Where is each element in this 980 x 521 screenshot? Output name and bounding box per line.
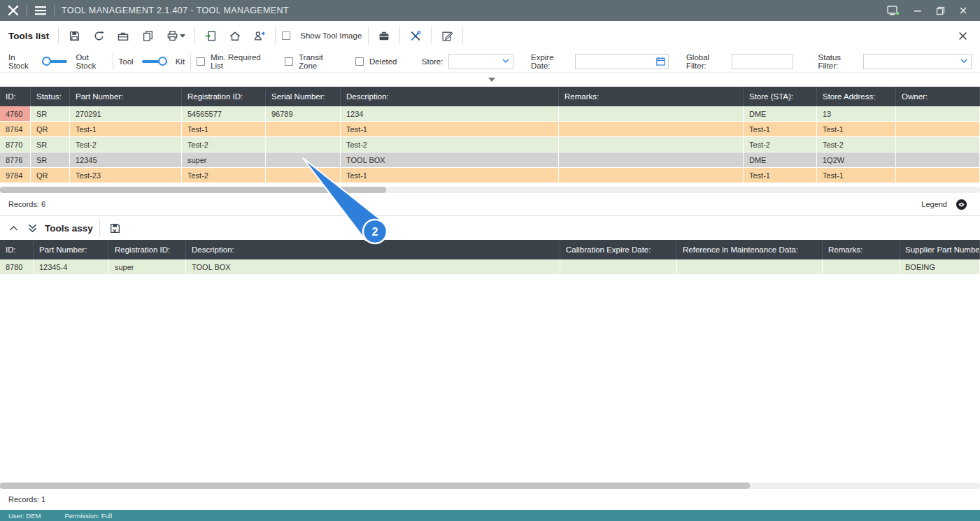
save-icon[interactable] [65,27,83,45]
stock-toggle[interactable] [42,57,67,66]
calendar-icon[interactable] [656,57,665,66]
table-row-selected[interactable]: 8776 SR 12345 super TOOL BOX DME 1Q2W [0,152,980,168]
table-cell: 8770 [0,137,31,152]
store-select[interactable] [448,54,513,69]
table-cell: Test-1 [182,122,266,137]
table-cell: Test-1 [817,168,896,183]
edit-icon[interactable] [438,27,456,45]
column-header[interactable]: Remarks: [823,240,900,259]
scrollbar-thumb[interactable] [0,187,386,193]
restore-icon[interactable] [936,6,945,15]
user-session-icon[interactable] [887,6,900,16]
table-cell: 12345-4 [34,259,109,275]
column-header[interactable]: ID: [0,87,31,106]
assy-records-row: Records: 1 [0,489,980,510]
collapse-triangle-icon[interactable] [488,78,495,82]
assy-hscrollbar[interactable] [0,483,980,489]
column-header[interactable]: Registration ID: [182,87,266,106]
toolbar-separator [194,27,195,44]
tools-records-row: Records: 6 Legend [0,193,980,216]
tool-kit-toggle[interactable] [142,57,167,66]
table-row[interactable]: 8770 SR Test-2 Test-2 Test-2 Test-2 Test… [0,137,980,152]
column-header[interactable]: Owner: [896,87,980,106]
tools-table-hscrollbar[interactable] [0,187,980,193]
table-cell: super [109,259,186,275]
scrollbar-thumb[interactable] [0,483,750,489]
column-header[interactable]: Status: [31,87,70,106]
print-dropdown-caret[interactable] [180,34,185,38]
toolbox-icon[interactable] [114,27,132,45]
table-cell: 8776 [0,152,31,168]
close-icon[interactable] [959,6,967,15]
home-icon[interactable] [226,27,244,45]
column-header[interactable]: Description: [341,87,559,106]
status-filter-select[interactable] [863,54,972,69]
chevron-down-icon [502,59,509,64]
column-header[interactable]: Description: [186,240,560,259]
table-cell [896,168,980,183]
expire-date-input[interactable] [575,54,669,69]
close-panel-icon[interactable] [953,27,972,45]
column-header[interactable]: Part Number: [34,240,109,259]
global-filter-label: Global Filter: [686,53,726,70]
min-required-checkbox[interactable] [197,57,205,66]
export-icon[interactable] [106,219,125,237]
tools-list-toolbar: Tools list Show Tool Image [0,21,980,50]
column-header[interactable]: Serial Number: [266,87,341,106]
window-title: TOOL MANAGEMENT 2.1.407 - TOOL MANAGEMEN… [62,6,289,15]
titlebar-separator [54,5,55,16]
table-cell [823,259,900,275]
min-required-label: Min. Required List [211,53,267,70]
table-row[interactable]: 8780 12345-4 super TOOL BOX BOEING [0,259,980,275]
paste-icon[interactable] [201,27,220,45]
column-header[interactable]: Reference in Maintenance Data: [677,240,823,259]
expire-date-label: Expire Date: [531,53,569,70]
filter-bar: In Stock Out Stock Tool Kit Min. Require… [0,50,980,73]
column-header[interactable]: Registration ID: [109,240,186,259]
show-tool-image-checkbox[interactable] [282,31,290,40]
global-filter-input[interactable] [732,54,793,69]
table-cell: super [182,152,266,168]
deleted-checkbox[interactable] [355,57,364,66]
tools-icon[interactable] [406,27,425,45]
table-cell [559,106,744,122]
table-cell: Test-2 [182,168,266,183]
records-count: Records: 6 [8,200,45,208]
print-icon[interactable] [163,27,188,45]
table-row[interactable]: 4760 SR 270291 54565577 96789 1234 DME 1… [0,106,980,122]
table-cell: Test-2 [70,137,182,152]
menu-icon[interactable] [34,6,47,15]
tools-assy-bar: Tools assy [0,216,980,240]
statusbar-permission: Permission: Full [64,512,112,520]
column-header[interactable]: Store (STA): [744,87,817,106]
column-header[interactable]: Remarks: [559,87,744,106]
in-stock-label: In Stock [8,53,34,70]
copy-icon[interactable] [139,27,157,45]
table-row[interactable]: 8764 QR Test-1 Test-1 Test-1 Test-1 Test… [0,122,980,137]
collapse-up-icon[interactable] [7,219,20,237]
sync-icon[interactable] [250,27,269,45]
table-row[interactable]: 9784 QR Test-23 Test-2 Test-1 Test-1 Tes… [0,168,980,183]
column-header[interactable]: Store Address: [817,87,896,106]
window-controls [887,6,973,16]
table-cell: Test-1 [70,122,182,137]
column-header[interactable]: ID: [0,240,34,259]
table-cell [896,106,980,122]
records-count: Records: 1 [8,495,45,504]
legend-button[interactable]: Legend [921,199,972,210]
legend-eye-icon[interactable] [956,199,967,210]
column-header[interactable]: Calibration Expire Date: [560,240,677,259]
refresh-icon[interactable] [90,27,108,45]
transit-zone-checkbox[interactable] [285,57,293,66]
expand-all-icon[interactable] [26,219,38,237]
briefcase-icon[interactable] [375,27,393,45]
table-cell: 13 [817,106,896,122]
column-header[interactable]: Supplier Part Number [900,240,980,259]
table-cell: 4760 [0,106,31,122]
tools-table-header: ID: Status: Part Number: Registration ID… [0,87,980,106]
table-cell: Test-2 [341,137,559,152]
column-header[interactable]: Part Number: [70,87,182,106]
table-cell: 9784 [0,168,31,183]
minimize-icon[interactable] [914,6,922,15]
table-cell: 54565577 [182,106,266,122]
